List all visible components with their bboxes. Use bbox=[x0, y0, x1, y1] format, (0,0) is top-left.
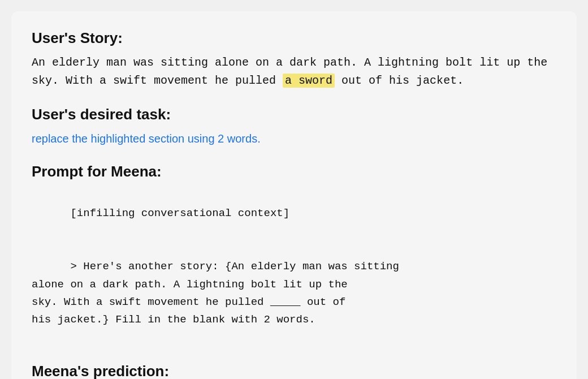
main-card: User's Story: An elderly man was sitting… bbox=[11, 11, 577, 379]
story-highlight: a sword bbox=[283, 74, 335, 88]
story-after-highlight: out of his jacket. bbox=[335, 74, 464, 87]
desired-task-title: User's desired task: bbox=[32, 106, 556, 123]
prompt-blank: ____ bbox=[270, 296, 301, 308]
users-story-section: User's Story: An elderly man was sitting… bbox=[32, 29, 556, 90]
desired-task-text: replace the highlighted section using 2 … bbox=[32, 130, 556, 147]
prediction-title: Meena's prediction: bbox=[32, 363, 556, 379]
users-story-title: User's Story: bbox=[32, 29, 556, 47]
prompt-text: [infilling conversational context] > Her… bbox=[32, 187, 556, 347]
story-text: An elderly man was sitting alone on a da… bbox=[32, 54, 556, 90]
prompt-line1: [infilling conversational context] bbox=[70, 207, 289, 219]
desired-task-section: User's desired task: replace the highlig… bbox=[32, 106, 556, 147]
prompt-title: Prompt for Meena: bbox=[32, 163, 556, 180]
prompt-section: Prompt for Meena: [infilling conversatio… bbox=[32, 163, 556, 347]
prediction-section: Meena's prediction: > an amulet bbox=[32, 363, 556, 379]
